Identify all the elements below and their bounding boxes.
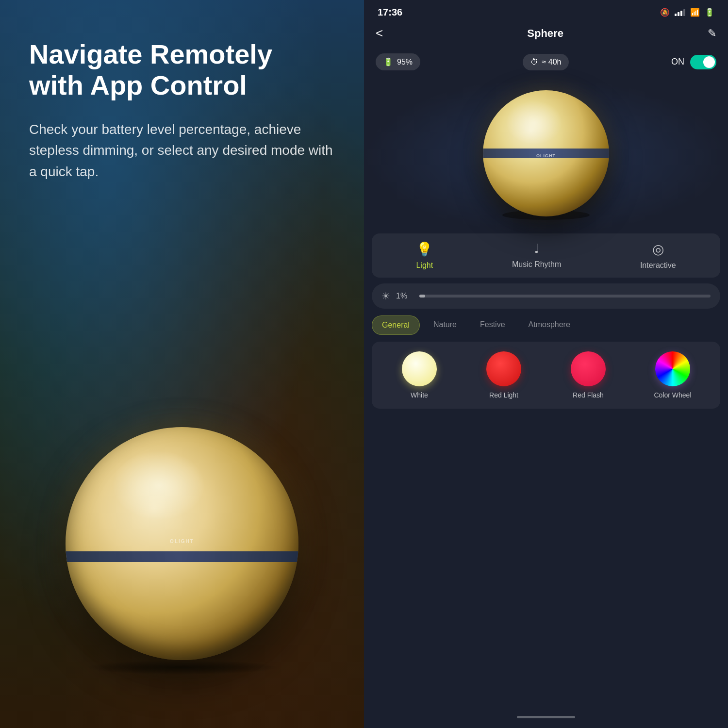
power-toggle[interactable] <box>690 55 716 69</box>
color-item-white[interactable]: White <box>380 351 459 399</box>
toggle-knob <box>703 56 715 68</box>
battery-icon: 🔋 <box>705 8 714 17</box>
power-label: ON <box>671 57 684 67</box>
mode-tab-light[interactable]: 💡 Light <box>416 241 433 270</box>
brightness-row[interactable]: ☀ 1% <box>372 283 720 309</box>
sub-text: Check your battery level percentage, ach… <box>29 119 335 182</box>
mode-label-music: Music Rhythm <box>512 260 561 269</box>
light-icon: 💡 <box>416 241 433 257</box>
edit-button[interactable]: ✎ <box>708 27 716 40</box>
page-title: Sphere <box>527 27 563 40</box>
sphere-shadow <box>85 660 279 675</box>
info-row: 🔋 95% ⏱ ≈ 40h ON <box>364 49 728 78</box>
mode-tab-music[interactable]: ♩ Music Rhythm <box>512 241 561 270</box>
color-label-color-wheel: Color Wheel <box>654 391 691 399</box>
status-time: 17:36 <box>378 7 402 18</box>
swatch-red-flash <box>571 351 606 386</box>
power-toggle-row: ON <box>671 55 716 69</box>
status-icons: 🔕 📶 🔋 <box>660 8 714 17</box>
signal-bar-4 <box>683 9 685 16</box>
color-item-red-light[interactable]: Red Light <box>464 351 544 399</box>
mode-tabs: 💡 Light ♩ Music Rhythm ◎ Interactive <box>372 233 720 278</box>
device-sphere-shine <box>506 100 563 145</box>
music-icon: ♩ <box>534 241 540 256</box>
brightness-fill <box>419 295 425 298</box>
left-panel: Navigate Remotely with App Control Check… <box>0 0 364 728</box>
interactive-icon: ◎ <box>652 241 664 257</box>
text-content: Navigate Remotely with App Control Check… <box>29 39 335 182</box>
back-button[interactable]: < <box>376 26 383 41</box>
mute-icon: 🔕 <box>660 8 670 17</box>
mode-label-interactive: Interactive <box>640 261 676 270</box>
sphere-shine <box>112 450 205 520</box>
swatch-white <box>402 351 437 386</box>
signal-bar-2 <box>678 12 679 16</box>
mode-label-light: Light <box>416 261 433 270</box>
scene-tabs: General Nature Festive Atmosphere <box>364 315 728 342</box>
brightness-icon: ☀ <box>381 290 390 302</box>
wifi-icon: 📶 <box>690 8 700 17</box>
color-label-white: White <box>411 391 428 399</box>
swatch-red-light <box>486 351 521 386</box>
signal-bar-1 <box>675 14 677 16</box>
device-sphere-brand: OLIGHT <box>536 153 556 158</box>
home-indicator <box>517 716 575 718</box>
brightness-bar[interactable] <box>419 295 711 298</box>
color-item-color-wheel[interactable]: Color Wheel <box>633 351 712 399</box>
sphere-body: OLIGHT <box>66 427 298 660</box>
status-bar: 17:36 🔕 📶 🔋 <box>364 0 728 23</box>
scene-tab-atmosphere[interactable]: Atmosphere <box>519 315 580 335</box>
mode-tab-interactive[interactable]: ◎ Interactive <box>640 241 676 270</box>
swatch-color-wheel <box>655 351 690 386</box>
battery-full-icon: 🔋 <box>383 57 393 66</box>
color-item-red-flash[interactable]: Red Flash <box>548 351 628 399</box>
right-panel: 17:36 🔕 📶 🔋 < Sphere ✎ 🔋 95% ⏱ ≈ 40h <box>364 0 728 728</box>
signal-bar-3 <box>680 11 682 16</box>
brightness-value: 1% <box>396 292 414 300</box>
nav-bar: < Sphere ✎ <box>364 23 728 49</box>
product-sphere: OLIGHT <box>56 427 308 679</box>
color-label-red-light: Red Light <box>489 391 518 399</box>
device-area: OLIGHT <box>364 78 728 233</box>
scene-tab-nature[interactable]: Nature <box>424 315 466 335</box>
brand-label: OLIGHT <box>170 539 194 544</box>
color-label-red-flash: Red Flash <box>573 391 604 399</box>
duration-badge: ⏱ ≈ 40h <box>523 54 569 70</box>
main-heading: Navigate Remotely with App Control <box>29 39 335 101</box>
sphere-band <box>66 551 298 562</box>
scene-tab-general[interactable]: General <box>372 315 420 335</box>
signal-bars <box>675 9 685 16</box>
color-grid: White Red Light Red Flash Color Wheel <box>372 342 720 409</box>
bottom-indicator <box>364 706 728 728</box>
battery-percentage: 95% <box>397 58 413 66</box>
scene-tab-festive[interactable]: Festive <box>470 315 515 335</box>
device-sphere: OLIGHT <box>483 90 609 216</box>
device-sphere-group: OLIGHT <box>483 90 609 216</box>
battery-badge: 🔋 95% <box>376 53 420 70</box>
duration-value: ≈ 40h <box>542 58 562 66</box>
clock-icon: ⏱ <box>530 58 538 66</box>
